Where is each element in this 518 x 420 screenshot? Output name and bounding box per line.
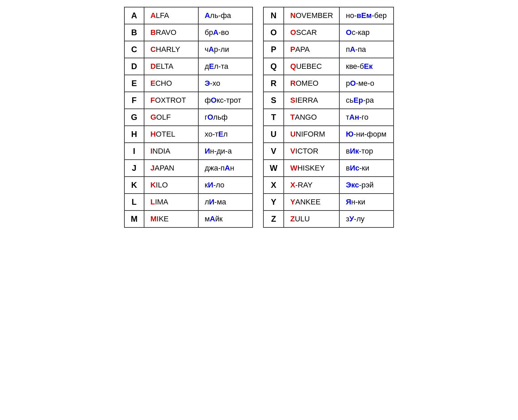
pron-part: -ме-о (356, 79, 374, 87)
cell-pronunciation: чАр-ли (198, 41, 253, 58)
cell-letter: X (263, 177, 284, 194)
table-row: MMIKEмАйк (124, 211, 253, 227)
word-part: APA (295, 45, 310, 54)
cell-word: NOVEMBER (284, 7, 339, 24)
table-row: PPAPAпА-па (263, 41, 394, 58)
table-row: FFOXTROTфОкс-трот (124, 92, 253, 109)
pron-part: Е (218, 130, 223, 138)
cell-word: SIERRA (284, 92, 339, 109)
cell-letter: O (263, 24, 284, 41)
cell-word: CHARLY (144, 41, 198, 58)
pron-part: А (225, 164, 230, 172)
cell-letter: E (124, 75, 144, 92)
pron-part: О (211, 96, 217, 104)
word-part: A (151, 11, 156, 20)
cell-pronunciation: но-вЕм-бер (339, 7, 394, 24)
pron-part: -во (218, 28, 229, 37)
cell-letter: N (263, 7, 284, 24)
cell-pronunciation: Экс-рэй (339, 177, 394, 194)
table-row: VVICTORвИк-тор (263, 143, 394, 160)
pron-part: И (208, 181, 213, 189)
pron-part: н-ки (351, 198, 365, 206)
pron-part: О (350, 79, 356, 87)
word-part: J (151, 164, 155, 172)
cell-pronunciation: Э-хо (198, 75, 253, 92)
cell-word: UNIFORM (284, 126, 339, 143)
pron-part: Ер (354, 96, 363, 104)
cell-pronunciation: мАйк (198, 211, 253, 227)
pron-part: джа-п (205, 164, 225, 172)
word-part: OLF (156, 113, 171, 121)
pron-part: -ки (359, 164, 369, 172)
pron-part: ч (205, 45, 208, 54)
pron-part: льф (213, 113, 227, 121)
table-row: QQUEBECкве-бЕк (263, 58, 394, 75)
pron-part: -лу (354, 215, 364, 223)
cell-word: VICTOR (284, 143, 339, 160)
cell-word: FOXTROT (144, 92, 198, 109)
pron-part: А (208, 45, 214, 54)
pron-part: г (205, 113, 207, 121)
cell-pronunciation: лИ-ма (198, 194, 253, 211)
pron-part: кс-трот (217, 96, 241, 104)
pron-part: вЕм (357, 11, 372, 20)
cell-word: OSCAR (284, 24, 339, 41)
pron-part: ф (205, 96, 211, 104)
cell-pronunciation: хо-тЕл (198, 126, 253, 143)
pron-part: Ан (349, 113, 359, 121)
cell-pronunciation: брА-во (198, 24, 253, 41)
pron-part: -го (359, 113, 368, 121)
word-part: G (151, 113, 156, 121)
table-row: ZZULUзУ-лу (263, 211, 394, 227)
cell-letter: F (124, 92, 144, 109)
word-part: U (290, 130, 296, 138)
word-part: ANKEE (295, 198, 321, 206)
pron-part: кве-б (346, 62, 364, 71)
cell-letter: C (124, 41, 144, 58)
cell-pronunciation: Аль-фа (198, 7, 253, 24)
pron-part: -ни-форм (354, 130, 386, 138)
pron-part: хо-т (205, 130, 218, 138)
cell-pronunciation: Ю-ни-форм (339, 126, 394, 143)
word-part: IMA (155, 198, 168, 206)
table-row: OOSCARОс-кар (263, 24, 394, 41)
pron-part: -хо (210, 79, 220, 87)
cell-word: JAPAN (144, 160, 198, 177)
word-part: IERRA (295, 96, 318, 104)
word-part: -RAY (295, 181, 313, 189)
cell-letter: Z (263, 211, 284, 227)
table-row: UUNIFORMЮ-ни-форм (263, 126, 394, 143)
cell-pronunciation: зУ-лу (339, 211, 394, 227)
cell-pronunciation: рО-ме-о (339, 75, 394, 92)
cell-letter: Q (263, 58, 284, 75)
cell-word: QUEBEC (284, 58, 339, 75)
cell-word: X-RAY (284, 177, 339, 194)
pron-part: л-та (214, 62, 228, 71)
pron-part: Е (209, 62, 214, 71)
pron-part: -рэй (359, 181, 374, 189)
cell-letter: T (263, 109, 284, 126)
pron-part: О (207, 113, 213, 121)
cell-letter: D (124, 58, 144, 75)
pron-part: в (346, 147, 350, 155)
table-row: WWHISKEYвИс-ки (263, 160, 394, 177)
word-part: K (151, 181, 156, 189)
pron-part: Ик (350, 147, 359, 155)
pron-part: -тор (359, 147, 373, 155)
word-part: LFA (156, 11, 169, 20)
pron-part: но- (346, 11, 357, 20)
word-part: ICTOR (295, 147, 318, 155)
pron-part: т (346, 113, 349, 121)
pron-part: Ис (350, 164, 359, 172)
word-part: E (151, 79, 156, 87)
word-part: H (151, 130, 156, 138)
table-row: EECHOЭ-хо (124, 75, 253, 92)
table-row: YYANKEEЯн-ки (263, 194, 394, 211)
word-part: NDIA (153, 147, 171, 155)
pron-part: И (205, 147, 210, 155)
table-row: XX-RAYЭкс-рэй (263, 177, 394, 194)
cell-letter: I (124, 143, 144, 160)
cell-word: GOLF (144, 109, 198, 126)
word-part: C (151, 45, 156, 54)
word-part: Q (290, 62, 296, 71)
